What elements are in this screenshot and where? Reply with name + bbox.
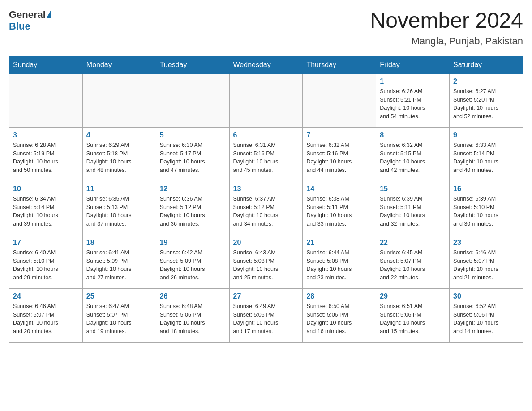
calendar-cell: 23Sunrise: 6:46 AMSunset: 5:07 PMDayligh…	[450, 235, 523, 288]
day-number: 17	[13, 239, 79, 247]
day-number: 26	[160, 292, 226, 300]
day-number: 11	[86, 185, 152, 193]
day-info: Sunrise: 6:46 AMSunset: 5:07 PMDaylight:…	[13, 302, 79, 336]
calendar-cell: 25Sunrise: 6:47 AMSunset: 5:07 PMDayligh…	[82, 288, 156, 342]
day-number: 22	[380, 239, 446, 247]
day-info: Sunrise: 6:27 AMSunset: 5:20 PMDaylight:…	[453, 87, 519, 121]
calendar-cell: 5Sunrise: 6:30 AMSunset: 5:17 PMDaylight…	[156, 127, 229, 181]
day-number: 24	[13, 292, 79, 300]
calendar-cell: 27Sunrise: 6:49 AMSunset: 5:06 PMDayligh…	[229, 288, 303, 342]
weekday-header-wednesday: Wednesday	[229, 56, 303, 73]
calendar-cell: 22Sunrise: 6:45 AMSunset: 5:07 PMDayligh…	[376, 235, 450, 288]
month-title: November 2024	[370, 9, 523, 33]
location-title: Mangla, Punjab, Pakistan	[370, 35, 523, 47]
calendar-cell: 30Sunrise: 6:52 AMSunset: 5:06 PMDayligh…	[450, 288, 523, 342]
day-number: 25	[86, 292, 152, 300]
calendar-cell	[156, 73, 229, 127]
day-number: 23	[453, 239, 519, 247]
calendar-cell: 10Sunrise: 6:34 AMSunset: 5:14 PMDayligh…	[9, 181, 83, 235]
day-number: 29	[380, 292, 446, 300]
calendar-cell: 17Sunrise: 6:40 AMSunset: 5:10 PMDayligh…	[9, 235, 83, 288]
calendar-cell: 16Sunrise: 6:39 AMSunset: 5:10 PMDayligh…	[450, 181, 523, 235]
day-info: Sunrise: 6:30 AMSunset: 5:17 PMDaylight:…	[160, 141, 226, 175]
day-info: Sunrise: 6:32 AMSunset: 5:16 PMDaylight:…	[306, 141, 372, 175]
calendar-cell: 8Sunrise: 6:32 AMSunset: 5:15 PMDaylight…	[376, 127, 450, 181]
day-number: 21	[306, 239, 372, 247]
day-info: Sunrise: 6:46 AMSunset: 5:07 PMDaylight:…	[453, 248, 519, 282]
week-row: 1Sunrise: 6:26 AMSunset: 5:21 PMDaylight…	[9, 73, 523, 127]
weekday-header-friday: Friday	[376, 56, 450, 73]
day-number: 30	[453, 292, 519, 300]
day-number: 4	[86, 131, 152, 139]
day-info: Sunrise: 6:47 AMSunset: 5:07 PMDaylight:…	[86, 302, 152, 336]
calendar-cell: 11Sunrise: 6:35 AMSunset: 5:13 PMDayligh…	[82, 181, 156, 235]
day-info: Sunrise: 6:33 AMSunset: 5:14 PMDaylight:…	[453, 141, 519, 175]
day-number: 6	[233, 131, 299, 139]
calendar-cell	[303, 73, 376, 127]
calendar-cell	[9, 73, 83, 127]
calendar-cell: 1Sunrise: 6:26 AMSunset: 5:21 PMDaylight…	[376, 73, 450, 127]
day-number: 12	[160, 185, 226, 193]
calendar-cell: 14Sunrise: 6:38 AMSunset: 5:11 PMDayligh…	[303, 181, 376, 235]
calendar-cell: 7Sunrise: 6:32 AMSunset: 5:16 PMDaylight…	[303, 127, 376, 181]
day-number: 27	[233, 292, 299, 300]
day-info: Sunrise: 6:50 AMSunset: 5:06 PMDaylight:…	[306, 302, 372, 336]
calendar-cell: 2Sunrise: 6:27 AMSunset: 5:20 PMDaylight…	[450, 73, 523, 127]
calendar-cell: 20Sunrise: 6:43 AMSunset: 5:08 PMDayligh…	[229, 235, 303, 288]
calendar-cell: 12Sunrise: 6:36 AMSunset: 5:12 PMDayligh…	[156, 181, 229, 235]
day-info: Sunrise: 6:39 AMSunset: 5:11 PMDaylight:…	[380, 195, 446, 228]
day-info: Sunrise: 6:52 AMSunset: 5:06 PMDaylight:…	[453, 302, 519, 336]
logo-triangle-icon	[47, 10, 51, 18]
weekday-header-tuesday: Tuesday	[156, 56, 229, 73]
day-number: 15	[380, 185, 446, 193]
day-info: Sunrise: 6:51 AMSunset: 5:06 PMDaylight:…	[380, 302, 446, 336]
week-row: 24Sunrise: 6:46 AMSunset: 5:07 PMDayligh…	[9, 288, 523, 342]
day-info: Sunrise: 6:35 AMSunset: 5:13 PMDaylight:…	[86, 195, 152, 228]
calendar-cell: 28Sunrise: 6:50 AMSunset: 5:06 PMDayligh…	[303, 288, 376, 342]
calendar-cell	[229, 73, 303, 127]
page-header: General Blue November 2024 Mangla, Punja…	[9, 9, 523, 47]
day-number: 9	[453, 131, 519, 139]
weekday-header-saturday: Saturday	[450, 56, 523, 73]
calendar-cell: 19Sunrise: 6:42 AMSunset: 5:09 PMDayligh…	[156, 235, 229, 288]
day-info: Sunrise: 6:48 AMSunset: 5:06 PMDaylight:…	[160, 302, 226, 336]
calendar-cell: 24Sunrise: 6:46 AMSunset: 5:07 PMDayligh…	[9, 288, 83, 342]
day-number: 16	[453, 185, 519, 193]
logo-blue-text: Blue	[9, 21, 51, 32]
calendar-cell: 29Sunrise: 6:51 AMSunset: 5:06 PMDayligh…	[376, 288, 450, 342]
title-area: November 2024 Mangla, Punjab, Pakistan	[370, 9, 523, 47]
week-row: 10Sunrise: 6:34 AMSunset: 5:14 PMDayligh…	[9, 181, 523, 235]
day-info: Sunrise: 6:31 AMSunset: 5:16 PMDaylight:…	[233, 141, 299, 175]
day-number: 13	[233, 185, 299, 193]
calendar-cell: 9Sunrise: 6:33 AMSunset: 5:14 PMDaylight…	[450, 127, 523, 181]
day-number: 3	[13, 131, 79, 139]
calendar-cell	[82, 73, 156, 127]
day-info: Sunrise: 6:45 AMSunset: 5:07 PMDaylight:…	[380, 248, 446, 282]
logo: General Blue	[9, 9, 51, 32]
day-info: Sunrise: 6:39 AMSunset: 5:10 PMDaylight:…	[453, 195, 519, 228]
calendar-cell: 26Sunrise: 6:48 AMSunset: 5:06 PMDayligh…	[156, 288, 229, 342]
calendar-cell: 18Sunrise: 6:41 AMSunset: 5:09 PMDayligh…	[82, 235, 156, 288]
weekday-header-thursday: Thursday	[303, 56, 376, 73]
day-number: 19	[160, 239, 226, 247]
day-number: 20	[233, 239, 299, 247]
day-number: 7	[306, 131, 372, 139]
day-number: 2	[453, 77, 519, 86]
day-number: 8	[380, 131, 446, 139]
day-number: 18	[86, 239, 152, 247]
day-info: Sunrise: 6:37 AMSunset: 5:12 PMDaylight:…	[233, 195, 299, 228]
day-info: Sunrise: 6:42 AMSunset: 5:09 PMDaylight:…	[160, 248, 226, 282]
calendar-table: SundayMondayTuesdayWednesdayThursdayFrid…	[9, 56, 523, 342]
day-info: Sunrise: 6:34 AMSunset: 5:14 PMDaylight:…	[13, 195, 79, 228]
calendar-cell: 21Sunrise: 6:44 AMSunset: 5:08 PMDayligh…	[303, 235, 376, 288]
weekday-header-monday: Monday	[82, 56, 156, 73]
calendar-cell: 13Sunrise: 6:37 AMSunset: 5:12 PMDayligh…	[229, 181, 303, 235]
day-info: Sunrise: 6:32 AMSunset: 5:15 PMDaylight:…	[380, 141, 446, 175]
day-info: Sunrise: 6:38 AMSunset: 5:11 PMDaylight:…	[306, 195, 372, 228]
day-info: Sunrise: 6:49 AMSunset: 5:06 PMDaylight:…	[233, 302, 299, 336]
day-info: Sunrise: 6:41 AMSunset: 5:09 PMDaylight:…	[86, 248, 152, 282]
day-info: Sunrise: 6:29 AMSunset: 5:18 PMDaylight:…	[86, 141, 152, 175]
day-number: 28	[306, 292, 372, 300]
logo-general-text: General	[9, 9, 46, 20]
day-number: 1	[380, 77, 446, 86]
